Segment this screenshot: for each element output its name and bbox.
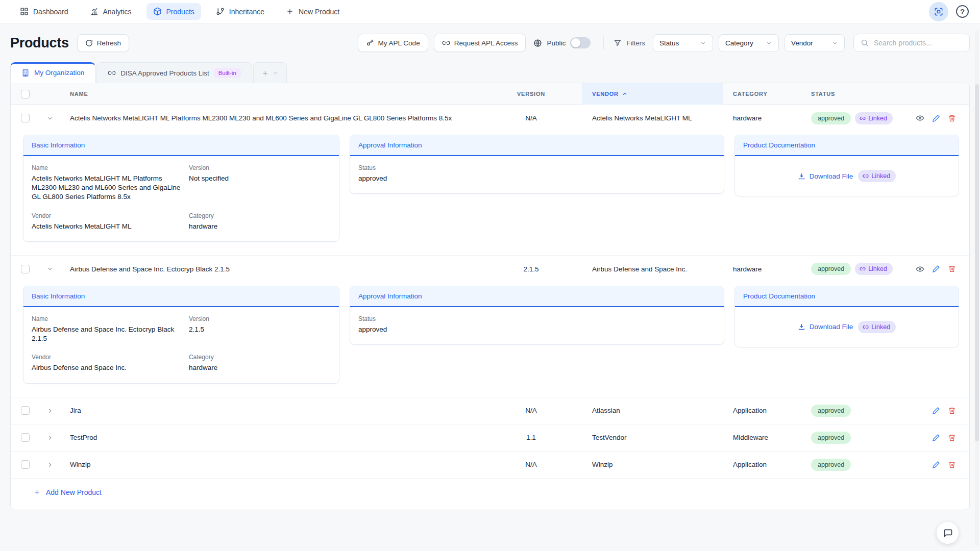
field-name: Name Actelis Networks MetaLIGHT ML Platf… bbox=[32, 164, 181, 202]
expand-row-button[interactable] bbox=[39, 434, 61, 441]
expand-row-button[interactable] bbox=[39, 407, 61, 414]
search-input[interactable] bbox=[874, 39, 963, 47]
tab-label: DISA Approved Products List bbox=[120, 69, 209, 77]
refresh-icon bbox=[85, 39, 93, 47]
chevron-down-icon bbox=[700, 40, 706, 46]
add-new-product-button[interactable]: Add New Product bbox=[33, 488, 102, 496]
category-filter-value: Category bbox=[725, 39, 753, 47]
status-badge: approved bbox=[811, 432, 851, 444]
building-icon bbox=[21, 69, 30, 77]
nav-label: Inheritance bbox=[229, 8, 264, 16]
vendor-header-label: VENDOR bbox=[592, 91, 619, 97]
edit-button[interactable] bbox=[932, 434, 940, 442]
scrollbar-thumb[interactable] bbox=[975, 84, 979, 441]
linked-badge-label: Linked bbox=[871, 172, 890, 180]
inheritance-branch-icon bbox=[216, 7, 225, 16]
table-row: Winzip N/A Winzip Application approved bbox=[11, 452, 969, 479]
nav-item-dashboard[interactable]: Dashboard bbox=[13, 3, 75, 20]
fullscreen-scan-button[interactable] bbox=[929, 2, 948, 21]
toolbar-divider bbox=[603, 36, 604, 49]
nav-item-products[interactable]: Products bbox=[146, 3, 201, 20]
approval-information-panel: Approval Information Status approved bbox=[350, 135, 724, 194]
product-category: Application bbox=[723, 407, 801, 414]
edit-button[interactable] bbox=[932, 265, 940, 273]
speech-bubble-icon bbox=[943, 528, 953, 538]
linked-badge: Linked bbox=[855, 112, 893, 124]
nav-label: New Product bbox=[299, 8, 339, 16]
page-header: Products Refresh My APL Code Request APL… bbox=[0, 23, 980, 52]
download-file-link[interactable]: Download File bbox=[798, 172, 853, 180]
refresh-button[interactable]: Refresh bbox=[77, 34, 129, 52]
panel-title: Product Documentation bbox=[735, 286, 959, 307]
product-vendor: TestVendor bbox=[582, 434, 723, 441]
chevron-down-icon bbox=[831, 40, 838, 46]
column-header-category[interactable]: CATEGORY bbox=[723, 91, 801, 97]
edit-button[interactable] bbox=[932, 114, 940, 122]
column-header-vendor[interactable]: VENDOR bbox=[582, 83, 723, 105]
field-status: Status approved bbox=[358, 164, 716, 183]
status-badge: approved bbox=[811, 405, 851, 417]
expand-row-button[interactable] bbox=[39, 461, 61, 468]
row-checkbox[interactable] bbox=[21, 406, 30, 415]
select-all-checkbox[interactable] bbox=[21, 90, 30, 98]
product-name: TestProd bbox=[61, 433, 480, 442]
filters-label: Filters bbox=[626, 39, 645, 47]
product-version: N/A bbox=[480, 461, 582, 468]
table-row: TestProd 1.1 TestVendor Middleware appro… bbox=[11, 424, 969, 452]
products-table-card: NAME VERSION VENDOR CATEGORY STATUS Acte… bbox=[10, 83, 970, 510]
tab-disa-approved-products-list[interactable]: DISA Approved Products List Built-in bbox=[96, 62, 252, 83]
linked-badge-label: Linked bbox=[868, 265, 887, 272]
collapse-row-button[interactable] bbox=[39, 115, 61, 122]
vendor-filter-dropdown[interactable]: Vendor bbox=[785, 34, 845, 52]
public-toggle[interactable] bbox=[570, 37, 591, 48]
field-vendor: Vendor Airbus Defense and Space Inc. bbox=[32, 354, 181, 372]
category-filter-dropdown[interactable]: Category bbox=[719, 34, 779, 52]
linked-badge: Linked bbox=[855, 263, 893, 275]
collapse-row-button[interactable] bbox=[39, 265, 61, 272]
sort-asc-icon bbox=[622, 91, 628, 97]
column-header-name[interactable]: NAME bbox=[61, 91, 480, 97]
row-checkbox[interactable] bbox=[21, 433, 30, 442]
funnel-icon bbox=[614, 39, 622, 47]
key-icon bbox=[366, 39, 374, 47]
request-apl-access-button[interactable]: Request APL Access bbox=[434, 34, 526, 52]
edit-button[interactable] bbox=[932, 407, 940, 415]
row-checkbox[interactable] bbox=[21, 265, 30, 273]
row-checkbox[interactable] bbox=[21, 460, 30, 469]
toggle-knob bbox=[571, 38, 580, 47]
public-toggle-group: Public bbox=[533, 37, 591, 48]
table-row: Airbus Defense and Space Inc. Ectocryp B… bbox=[11, 256, 969, 283]
delete-button[interactable] bbox=[948, 434, 956, 442]
my-apl-code-button[interactable]: My APL Code bbox=[358, 34, 428, 52]
filters-button[interactable]: Filters bbox=[614, 39, 645, 47]
product-documentation-panel: Product Documentation Download File Link… bbox=[734, 286, 959, 347]
product-version: N/A bbox=[480, 407, 582, 414]
tab-add-new-list[interactable] bbox=[253, 62, 287, 83]
edit-button[interactable] bbox=[932, 461, 940, 469]
view-button[interactable] bbox=[916, 265, 924, 273]
public-label: Public bbox=[547, 39, 566, 47]
question-icon: ? bbox=[960, 7, 965, 16]
nav-item-new-product[interactable]: New Product bbox=[279, 4, 346, 20]
built-in-badge: Built-in bbox=[214, 68, 241, 78]
nav-item-analytics[interactable]: Analytics bbox=[83, 3, 138, 20]
product-version: N/A bbox=[480, 114, 582, 122]
chat-widget-button[interactable] bbox=[937, 522, 959, 544]
download-file-link[interactable]: Download File bbox=[798, 323, 853, 331]
help-button[interactable]: ? bbox=[956, 5, 969, 18]
column-header-status[interactable]: STATUS bbox=[801, 91, 914, 97]
delete-button[interactable] bbox=[948, 407, 956, 415]
delete-button[interactable] bbox=[948, 114, 956, 122]
delete-button[interactable] bbox=[948, 461, 956, 469]
product-category: hardware bbox=[723, 265, 801, 273]
nav-item-inheritance[interactable]: Inheritance bbox=[209, 3, 271, 20]
tab-my-organization[interactable]: My Organization bbox=[10, 62, 95, 83]
delete-button[interactable] bbox=[948, 265, 956, 273]
status-filter-dropdown[interactable]: Status bbox=[653, 34, 713, 52]
panel-title: Basic Information bbox=[23, 286, 339, 307]
view-button[interactable] bbox=[916, 114, 924, 122]
plus-icon bbox=[261, 69, 269, 77]
column-header-version[interactable]: VERSION bbox=[480, 91, 582, 97]
row-checkbox[interactable] bbox=[21, 114, 30, 122]
nav-label: Products bbox=[166, 8, 194, 16]
